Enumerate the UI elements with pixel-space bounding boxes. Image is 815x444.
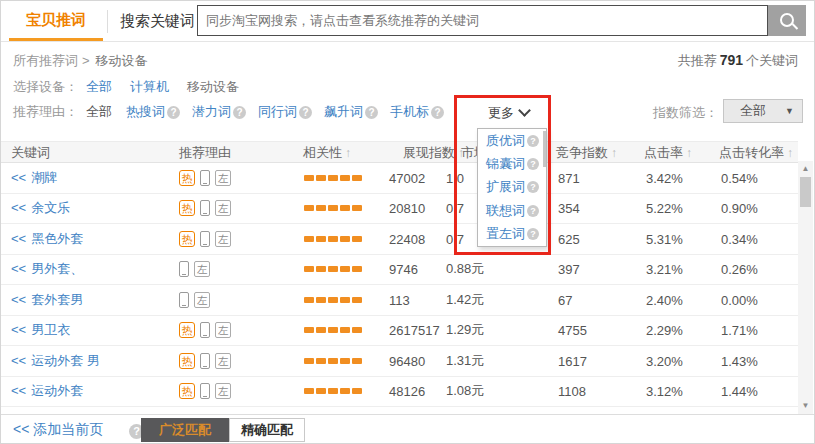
left-tag-icon: 左 [215,170,231,186]
mobile-icon [200,231,210,247]
header-reason: 推荐理由 [179,144,231,162]
reason-tags: 热左 [179,383,231,399]
breadcrumb-root[interactable]: 所有推荐词 [13,53,78,68]
help-icon[interactable]: ? [299,106,312,119]
header-impressions[interactable]: 展现指数↑ [403,144,464,162]
reason-option-mobile-tag[interactable]: 手机标 [390,103,429,121]
add-current-page-link[interactable]: << 添加当前页 [13,421,103,439]
dropdown-item-quality[interactable]: 质优词? [478,129,546,152]
help-icon[interactable]: ? [365,106,378,119]
help-icon[interactable]: ? [167,106,180,119]
header-competition[interactable]: 竞争指数↑ [556,144,617,162]
broad-match-button[interactable]: 广泛匹配 [141,418,229,442]
keyword-link[interactable]: <<潮牌 [11,169,57,187]
mobile-icon [179,292,189,308]
help-icon[interactable]: ? [527,205,539,217]
relevance-bars [304,236,364,242]
impressions-value: 96480 [389,353,425,368]
header-relevance[interactable]: 相关性↑ [303,144,351,162]
reason-option-rising[interactable]: 飙升词 [324,103,363,121]
chevron-down-icon [518,104,531,117]
reason-option-potential[interactable]: 潜力词 [192,103,231,121]
select-arrow-icon: ▼ [785,100,794,122]
ctr-value: 5.22% [646,201,683,216]
summary-suffix: 个关键词 [746,53,798,68]
keyword-link[interactable]: <<余文乐 [11,199,70,217]
keyword-link[interactable]: <<男卫衣 [11,321,70,339]
search-input[interactable] [197,5,768,36]
reason-tags: 热左 [179,322,231,338]
competition-value: 4755 [558,323,587,338]
dropdown-item-tips[interactable]: 锦囊词? [478,152,546,175]
reason-tags: 热左 [179,200,231,216]
reason-tags: 热左 [179,353,231,369]
scrollbar-thumb[interactable] [800,177,811,207]
hot-tag-icon: 热 [179,383,195,399]
ctr-value: 5.31% [646,231,683,246]
search-button[interactable] [768,5,806,36]
keyword-link[interactable]: <<运动外套 男 [11,352,100,370]
help-icon[interactable]: ? [431,106,444,119]
help-icon[interactable]: ? [233,106,246,119]
price-value: 1.31元 [446,352,484,370]
device-option-pc[interactable]: 计算机 [130,78,169,96]
table-row: <<男外套、 左 9746 0.88元 397 3.21% 0.26% [1,255,798,286]
header-ctr[interactable]: 点击率↑ [644,144,692,162]
ctr-value: 2.29% [646,323,683,338]
dropdown-item-associate[interactable]: 联想词? [478,199,546,222]
reason-tags: 左 [179,261,210,277]
dropdown-item-extend[interactable]: 扩展词? [478,176,546,199]
recommend-count-summary: 共推荐791个关键词 [678,52,798,70]
keyword-link[interactable]: <<运动外套 [11,382,83,400]
keyword-link[interactable]: <<黑色外套 [11,230,83,248]
keyword-tool-panel: 宝贝推词 搜索关键词 所有推荐词>移动设备 共推荐791个关键词 选择设备： 全… [0,0,815,444]
reason-option-all[interactable]: 全部 [86,103,112,121]
footer-bar: << 添加当前页 ? 广泛匹配 精确匹配 [1,414,814,444]
price-value: 0.7 [446,231,464,246]
table-row: <<运动外套 热左 48126 1.08元 1108 3.12% 1.44% [1,377,798,408]
tab-search-keyword[interactable]: 搜索关键词 [120,12,195,31]
competition-value: 397 [558,262,580,277]
table-row: <<运动外套 男 热左 96480 1.31元 1617 3.20% 1.43% [1,346,798,377]
competition-value: 625 [558,231,580,246]
scroll-down-icon[interactable]: ▼ [798,400,813,412]
left-tag-icon: 左 [215,322,231,338]
tabbar-border [1,41,814,42]
tab-item-recommend[interactable]: 宝贝推词 [9,11,103,30]
cvr-value: 0.34% [721,231,758,246]
dropdown-item-left[interactable]: 置左词? [478,223,546,246]
exact-match-button[interactable]: 精确匹配 [229,418,305,442]
reason-option-peer[interactable]: 同行词 [258,103,297,121]
help-icon[interactable]: ? [527,135,539,147]
relevance-bars [304,297,364,303]
hot-tag-icon: 热 [179,322,195,338]
keyword-link[interactable]: <<男外套、 [11,260,83,278]
relevance-bars [304,205,364,211]
index-filter-select[interactable]: 全部 ▼ [723,99,803,123]
scroll-up-icon[interactable]: ▲ [798,163,813,175]
mobile-icon [200,200,210,216]
table-row: <<余文乐 热左 20810 0.7 354 5.22% 0.90% [1,194,798,225]
help-icon[interactable]: ? [527,181,539,193]
impressions-value: 47002 [389,170,425,185]
help-icon[interactable]: ? [527,158,539,170]
keyword-link[interactable]: <<套外套男 [11,291,83,309]
device-filter-label: 选择设备： [13,78,86,96]
header-cvr[interactable]: 点击转化率↑ [719,144,793,162]
impressions-value: 9746 [389,262,418,277]
device-option-mobile[interactable]: 移动设备 [187,78,239,96]
left-tag-icon: 左 [194,292,210,308]
left-tag-icon: 左 [194,261,210,277]
sort-up-icon: ↑ [611,146,617,160]
help-icon[interactable]: ? [527,228,539,240]
table-body: <<潮牌 热左 47002 1.0 871 3.42% 0.54% <<余文乐 … [1,163,798,414]
sort-up-icon: ↑ [787,146,793,160]
vertical-scrollbar[interactable]: ▲ ▼ [798,161,813,414]
ctr-value: 2.40% [646,292,683,307]
more-dropdown-toggle[interactable]: 更多 [488,104,529,122]
device-option-all[interactable]: 全部 [86,78,112,96]
dropdown-scrollbar-thumb[interactable] [543,131,546,167]
table-row: <<潮牌 热左 47002 1.0 871 3.42% 0.54% [1,163,798,194]
reason-tags: 左 [179,292,210,308]
reason-option-hot[interactable]: 热搜词 [126,103,165,121]
